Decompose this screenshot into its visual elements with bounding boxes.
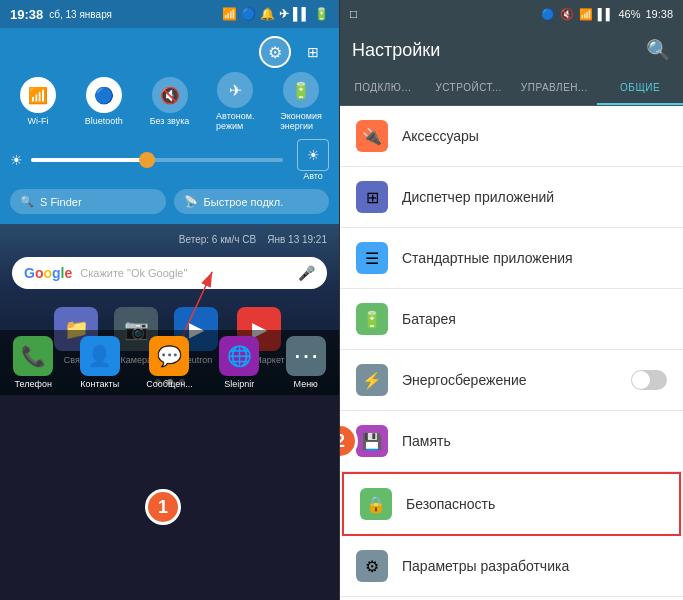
search-button[interactable]: 🔍 [646, 38, 671, 62]
security-icon: 🔒 [360, 488, 392, 520]
power-save-label: Энергосбережение [402, 372, 631, 388]
qs-icons-row: 📶 Wi-Fi 🔵 Bluetooth 🔇 Без звука ✈ Автоно… [10, 72, 329, 131]
tab-control[interactable]: УПРАВЛЕН... [512, 72, 598, 105]
dock-phone[interactable]: 📞 Телефон [13, 336, 53, 389]
battery-icon: 🔋 [283, 72, 319, 108]
weather-text: Ветер: 6 км/ч СВ [179, 234, 256, 245]
battery-setting-label: Батарея [402, 311, 667, 327]
auto-toggle-area: ☀ Авто [297, 139, 329, 181]
qs-silent[interactable]: 🔇 Без звука [142, 77, 198, 126]
qs-battery-save[interactable]: 🔋 Экономияэнергии [273, 72, 329, 131]
dock-phone-label: Телефон [15, 379, 52, 389]
google-search-bar[interactable]: Google Скажите "Ok Google" 🎤 [12, 257, 327, 289]
dock-contacts-icon: 👤 [80, 336, 120, 376]
wifi-icon: 📶 [20, 77, 56, 113]
app-manager-icon: ⊞ [356, 181, 388, 213]
dock-messages-label: Сообщен... [146, 379, 192, 389]
dock-sleipnir-label: Sleipnir [224, 379, 254, 389]
toggle-thumb [632, 371, 650, 389]
default-apps-label: Стандартные приложения [402, 250, 667, 266]
bluetooth-icon: 🔵 [86, 77, 122, 113]
dev-options-icon: ⚙ [356, 550, 388, 582]
brightness-fill [31, 158, 144, 162]
dock-contacts-label: Контакты [80, 379, 119, 389]
airplane-label: Автоном.режим [216, 111, 254, 131]
memory-label: Память [402, 433, 667, 449]
brightness-slider[interactable] [31, 158, 283, 162]
airplane-icon: ✈ [217, 72, 253, 108]
quick-connect-icon: 📡 [184, 195, 198, 208]
dock-menu-icon: ⋯ [286, 336, 326, 376]
tab-devices[interactable]: УСТРОЙСТ... [426, 72, 512, 105]
settings-item-battery[interactable]: 🔋 Батарея [340, 289, 683, 350]
status-left-icons: □ [350, 7, 357, 21]
tab-general[interactable]: ОБЩИЕ [597, 72, 683, 105]
status-bar-right: □ 🔵 🔇 📶 ▌▌ 46% 19:38 [340, 0, 683, 28]
dock-contacts[interactable]: 👤 Контакты [80, 336, 120, 389]
dock-messages[interactable]: 💬 Сообщен... [146, 336, 192, 389]
qs-top-row: ⚙ ⊞ [10, 36, 329, 68]
dev-options-label: Параметры разработчика [402, 558, 667, 574]
memory-icon: 💾 [356, 425, 388, 457]
silent-icon: 🔇 [152, 77, 188, 113]
finder-row: 🔍 S Finder 📡 Быстрое подкл. [10, 189, 329, 214]
qs-wifi[interactable]: 📶 Wi-Fi [10, 77, 66, 126]
dock-menu[interactable]: ⋯ Меню [286, 336, 326, 389]
app-manager-label: Диспетчер приложений [402, 189, 667, 205]
settings-item-default-apps[interactable]: ☰ Стандартные приложения [340, 228, 683, 289]
default-apps-icon: ☰ [356, 242, 388, 274]
dock-sleipnir[interactable]: 🌐 Sleipnir [219, 336, 259, 389]
settings-item-accessories[interactable]: 🔌 Аксессуары [340, 106, 683, 167]
home-screen: Ветер: 6 км/ч СВ Янв 13 19:21 Google Ска… [0, 224, 339, 395]
quick-settings-panel: ⚙ ⊞ 📶 Wi-Fi 🔵 Bluetooth 🔇 Без звука ✈ Ав… [0, 28, 339, 224]
qs-airplane[interactable]: ✈ Автоном.режим [207, 72, 263, 131]
s-finder-icon: 🔍 [20, 195, 34, 208]
wifi-label: Wi-Fi [28, 116, 49, 126]
dock-messages-icon: 💬 [149, 336, 189, 376]
settings-item-security[interactable]: 🔒 Безопасность [342, 472, 681, 536]
time-right: 19:38 [645, 8, 673, 20]
status-icons-left: 📶 🔵 🔔 ✈ ▌▌ 🔋 [222, 7, 329, 21]
power-save-toggle[interactable] [631, 370, 667, 390]
time-left: 19:38 [10, 7, 43, 22]
tab-connect[interactable]: ПОДКЛЮ... [340, 72, 426, 105]
left-panel: 19:38 сб, 13 января 📶 🔵 🔔 ✈ ▌▌ 🔋 ⚙ ⊞ 📶 W… [0, 0, 340, 600]
microphone-icon: 🎤 [298, 265, 315, 281]
brightness-row: ☀ ☀ Авто [10, 139, 329, 181]
settings-gear-button[interactable]: ⚙ [259, 36, 291, 68]
silent-label: Без звука [150, 116, 190, 126]
dock-menu-label: Меню [294, 379, 318, 389]
date-left: сб, 13 января [49, 9, 112, 20]
s-finder-label: S Finder [40, 196, 82, 208]
google-logo: Google [24, 265, 72, 281]
settings-item-dev-options[interactable]: ⚙ Параметры разработчика [340, 536, 683, 597]
qs-bluetooth[interactable]: 🔵 Bluetooth [76, 77, 132, 126]
quick-connect-button[interactable]: 📡 Быстрое подкл. [174, 189, 330, 214]
security-label: Безопасность [406, 496, 663, 512]
grid-view-button[interactable]: ⊞ [297, 36, 329, 68]
annotation-circle-1: 1 [145, 489, 181, 525]
auto-label: Авто [297, 171, 329, 181]
google-hint: Скажите "Ok Google" [80, 267, 290, 279]
right-panel: □ 🔵 🔇 📶 ▌▌ 46% 19:38 Настройки 🔍 ПОДКЛЮ.… [340, 0, 683, 600]
dock-sleipnir-icon: 🌐 [219, 336, 259, 376]
settings-item-power-save[interactable]: ⚡ Энергосбережение [340, 350, 683, 411]
dock-phone-icon: 📞 [13, 336, 53, 376]
battery-setting-icon: 🔋 [356, 303, 388, 335]
date2-text: Янв 13 19:21 [267, 234, 327, 245]
battery-percent-right: 46% [618, 8, 640, 20]
app-bar-title: Настройки [352, 40, 440, 61]
dock: 📞 Телефон 👤 Контакты 💬 Сообщен... 🌐 Slei… [0, 330, 339, 395]
auto-icon[interactable]: ☀ [297, 139, 329, 171]
quick-connect-label: Быстрое подкл. [204, 196, 284, 208]
tabs-bar: ПОДКЛЮ... УСТРОЙСТ... УПРАВЛЕН... ОБЩИЕ [340, 72, 683, 106]
s-finder-button[interactable]: 🔍 S Finder [10, 189, 166, 214]
brightness-thumb [139, 152, 155, 168]
app-bar: Настройки 🔍 [340, 28, 683, 72]
settings-item-app-manager[interactable]: ⊞ Диспетчер приложений [340, 167, 683, 228]
status-bar-left: 19:38 сб, 13 января 📶 🔵 🔔 ✈ ▌▌ 🔋 [0, 0, 339, 28]
settings-item-memory[interactable]: 2 💾 Память [340, 411, 683, 472]
weather-bar: Ветер: 6 км/ч СВ Янв 13 19:21 [6, 230, 333, 249]
settings-list: 🔌 Аксессуары ⊞ Диспетчер приложений ☰ Ст… [340, 106, 683, 600]
power-save-icon: ⚡ [356, 364, 388, 396]
